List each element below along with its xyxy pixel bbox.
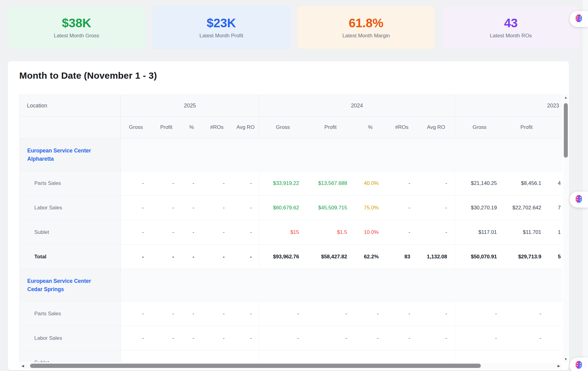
table-row: Labor Sales-----$60,679.62$45,509.71575.… xyxy=(20,196,563,220)
horizontal-scrollbar-thumb[interactable] xyxy=(30,364,481,368)
table-cell: - xyxy=(386,171,418,196)
table-cell: - xyxy=(232,302,259,326)
table-cell: - xyxy=(504,326,549,350)
table-cell: - xyxy=(151,220,182,245)
table-cell: - xyxy=(182,302,202,326)
table-cell: - xyxy=(182,196,202,220)
table-cell: 7 xyxy=(549,196,562,220)
table-cell: - xyxy=(182,350,202,362)
table-cell: - xyxy=(202,350,232,362)
column-header: #ROs xyxy=(202,117,232,139)
brain-badge[interactable] xyxy=(570,11,588,27)
table-cell: 1 xyxy=(549,220,562,245)
scroll-down-arrow-icon[interactable]: ▼ xyxy=(564,358,567,361)
table-cell: - xyxy=(151,326,182,350)
brain-icon xyxy=(574,13,584,25)
table-cell: - xyxy=(259,326,307,350)
table-cell: - xyxy=(182,326,202,350)
table-cell: - xyxy=(504,302,549,326)
column-header: Gross xyxy=(121,117,151,139)
brain-badge[interactable] xyxy=(570,192,588,208)
row-label: Sublet xyxy=(20,220,121,245)
table-cell: 83 xyxy=(386,245,418,269)
stat-card-latest-month-ros: 43Latest Month ROs xyxy=(442,6,580,49)
stat-card-latest-month-margin: 61.8%Latest Month Margin xyxy=(297,6,435,49)
table-cell: $29,713.9 xyxy=(504,245,549,269)
brain-badge[interactable] xyxy=(570,358,588,371)
row-label: Labor Sales xyxy=(20,326,121,350)
table-cell: - xyxy=(202,326,232,350)
table-cell: - xyxy=(232,245,259,269)
table-row-location: European Service Center Cedar Springs xyxy=(20,269,563,302)
row-label: Sublet xyxy=(20,350,121,362)
brain-icon xyxy=(574,194,584,205)
column-header: Avg RO xyxy=(418,117,455,139)
table-cell: - xyxy=(232,196,259,220)
page-title: Month to Date (November 1 - 3) xyxy=(19,70,157,81)
year-header-2025: 2025 xyxy=(121,95,259,117)
table-row: Parts Sales------------ xyxy=(20,302,563,326)
table-cell: $60,679.62 xyxy=(259,196,307,220)
stat-label: Latest Month Profit xyxy=(199,33,243,39)
brain-icon xyxy=(574,360,584,371)
table-cell: 1,132.08 xyxy=(418,245,455,269)
table-cell: - xyxy=(386,326,418,350)
table-cell: - xyxy=(504,350,549,362)
row-label: Parts Sales xyxy=(20,302,121,326)
table-cell: 5 xyxy=(549,245,562,269)
stat-value: 61.8% xyxy=(349,16,383,30)
table-cell: - xyxy=(386,220,418,245)
column-header: Profit xyxy=(504,117,549,139)
table-cell: - xyxy=(202,220,232,245)
page-right-gutter xyxy=(583,0,588,371)
table-cell: - xyxy=(232,326,259,350)
table-cell: - xyxy=(121,350,151,362)
stat-card-latest-month-profit: $23KLatest Month Profit xyxy=(153,6,290,49)
column-header-empty xyxy=(20,117,121,139)
vertical-scrollbar-thumb[interactable] xyxy=(564,103,568,158)
table-cell: 4 xyxy=(549,171,562,196)
table-cell: - xyxy=(121,245,151,269)
table-cell: - xyxy=(259,302,307,326)
table-row: Labor Sales------------ xyxy=(20,326,563,350)
table-row: Sublet-----$15$1.510.0%--$117.01$11.7011 xyxy=(20,220,563,245)
table-cell: $33,919.22 xyxy=(259,171,307,196)
table-cell: - xyxy=(232,171,259,196)
table-cell: - xyxy=(151,245,182,269)
location-link[interactable]: European Service Center Cedar Springs xyxy=(27,277,93,293)
year-header-2023: 2023 xyxy=(455,95,562,117)
table-cell: - xyxy=(307,302,355,326)
table-cell: - xyxy=(151,196,182,220)
table-cell: - xyxy=(355,350,386,362)
scroll-right-arrow-icon[interactable]: ▶ xyxy=(558,364,560,368)
table-cell: $30,270.19 xyxy=(455,196,504,220)
table-cell: $13,567.688 xyxy=(307,171,355,196)
stat-value: 43 xyxy=(504,16,518,30)
table-cell: - xyxy=(121,196,151,220)
table-cell: - xyxy=(232,220,259,245)
table-cell: - xyxy=(151,350,182,362)
table-cell: $8,456.1 xyxy=(504,171,549,196)
table-cell: - xyxy=(121,326,151,350)
stat-card-latest-month-gross: $38KLatest Month Gross xyxy=(8,6,145,49)
table-cell: $1.5 xyxy=(307,220,355,245)
column-header: Gross xyxy=(259,117,307,139)
column-header xyxy=(549,117,562,139)
scroll-left-arrow-icon[interactable]: ◀ xyxy=(21,364,24,368)
location-link[interactable]: European Service Center Alpharetta xyxy=(27,147,93,163)
table-cell: - xyxy=(307,326,355,350)
table-cell: - xyxy=(455,350,504,362)
table-row-location: European Service Center Alpharetta xyxy=(20,139,563,171)
year-header-2024: 2024 xyxy=(259,95,455,117)
table-cell: - xyxy=(151,171,182,196)
table-cell: $11.701 xyxy=(504,220,549,245)
column-header: Profit xyxy=(307,117,355,139)
location-row-spacer xyxy=(121,139,563,171)
report-table-viewport: Location 202520242023 GrossProfit%#ROsAv… xyxy=(19,95,562,362)
stat-label: Latest Month ROs xyxy=(490,33,532,39)
stat-value: $23K xyxy=(207,16,236,30)
table-cell: $93,962.76 xyxy=(259,245,307,269)
table-cell: - xyxy=(386,302,418,326)
table-cell: - xyxy=(386,196,418,220)
scroll-up-arrow-icon[interactable]: ▲ xyxy=(564,96,567,99)
